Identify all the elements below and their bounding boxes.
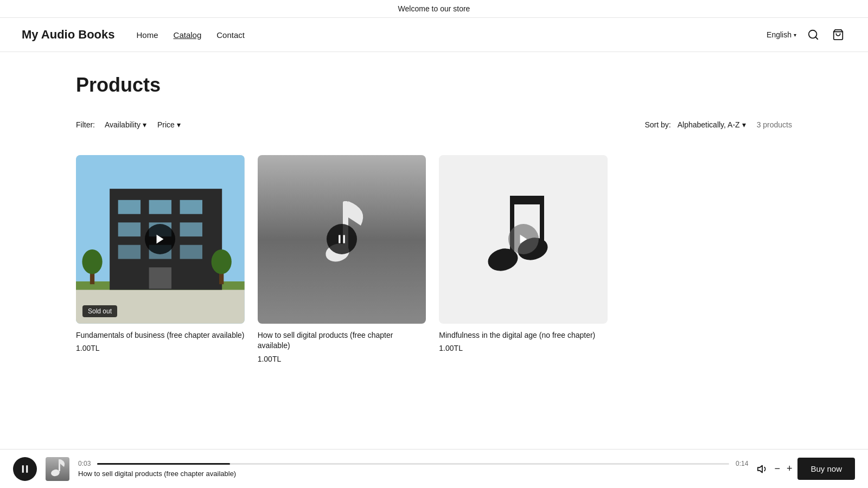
svg-rect-24 [339,235,340,243]
svg-point-20 [212,249,232,274]
main-content: Products Filter: Availability ▾ Price ▾ … [54,52,814,428]
svg-rect-10 [118,222,141,236]
search-button[interactable] [805,27,821,43]
nav-home[interactable]: Home [137,30,158,40]
nav-contact[interactable]: Contact [216,30,245,40]
sort-chevron-icon: ▾ [742,120,746,129]
product-price-1: 1.00TL [76,344,245,352]
language-selector[interactable]: English ▾ [767,30,796,39]
svg-marker-31 [520,235,527,244]
filter-right: Sort by: Alphabetically, A-Z ▾ 3 product… [644,120,792,129]
sold-out-badge: Sold out [82,305,117,317]
language-label: English [767,30,792,39]
play-icon-3 [518,233,529,245]
product-card-1[interactable]: Sold out Fundamentals of business (free … [76,155,245,363]
main-nav: Home Catalog Contact [137,30,767,40]
page-title: Products [76,74,792,97]
filter-bar: Filter: Availability ▾ Price ▾ Sort by: … [76,118,792,140]
svg-rect-8 [149,200,171,214]
announcement-bar: Welcome to our store [0,0,868,18]
svg-marker-21 [157,235,164,244]
svg-rect-7 [118,200,141,214]
header-actions: English ▾ [767,27,846,43]
play-button-3[interactable] [508,224,539,254]
product-price-3: 1.00TL [439,344,608,352]
svg-line-1 [815,37,818,39]
svg-rect-9 [180,200,202,214]
price-chevron-icon: ▾ [177,120,181,129]
play-icon-1 [154,233,166,245]
nav-catalog[interactable]: Catalog [174,30,202,40]
svg-rect-16 [149,267,171,288]
cart-button[interactable] [830,27,846,43]
price-filter-label: Price [157,120,175,129]
sort-label: Sort by: [644,120,671,129]
product-image-wrap-1: Sold out [76,155,245,324]
product-title-3: Mindfulness in the digital age (no free … [439,330,608,341]
product-count: 3 products [757,120,792,129]
svg-rect-15 [180,245,202,259]
site-logo[interactable]: My Audio Books [22,28,115,42]
search-icon [807,29,819,41]
availability-chevron-icon: ▾ [143,120,146,129]
sort-option-label: Alphabetically, A-Z [678,120,740,129]
header: My Audio Books Home Catalog Contact Engl… [0,18,868,52]
filter-left: Filter: Availability ▾ Price ▾ [76,118,182,131]
product-card-3[interactable]: Mindfulness in the digital age (no free … [439,155,608,363]
product-image-wrap-3 [439,155,608,324]
announcement-text: Welcome to our store [398,4,470,13]
svg-rect-13 [118,245,141,259]
chevron-down-icon: ▾ [794,32,796,38]
play-button-1[interactable] [145,224,175,254]
cart-icon [832,29,844,41]
svg-rect-25 [343,235,344,243]
product-title-2: How to sell digital products (free chapt… [258,330,426,351]
availability-filter[interactable]: Availability ▾ [104,118,148,131]
svg-rect-4 [76,284,245,323]
svg-rect-12 [180,222,202,236]
product-grid: Sold out Fundamentals of business (free … [76,155,608,363]
product-price-2: 1.00TL [258,355,426,363]
product-title-1: Fundamentals of business (free chapter a… [76,330,245,341]
pause-button-2[interactable] [327,224,357,254]
svg-point-18 [82,249,102,274]
product-image-wrap-2 [258,155,426,324]
svg-rect-28 [510,196,544,204]
pause-icon-2 [336,234,347,245]
availability-filter-label: Availability [105,120,141,129]
product-card-2[interactable]: How to sell digital products (free chapt… [258,155,426,363]
sort-select[interactable]: Alphabetically, A-Z ▾ [678,120,746,129]
price-filter[interactable]: Price ▾ [156,118,182,131]
filter-label: Filter: [76,120,95,129]
